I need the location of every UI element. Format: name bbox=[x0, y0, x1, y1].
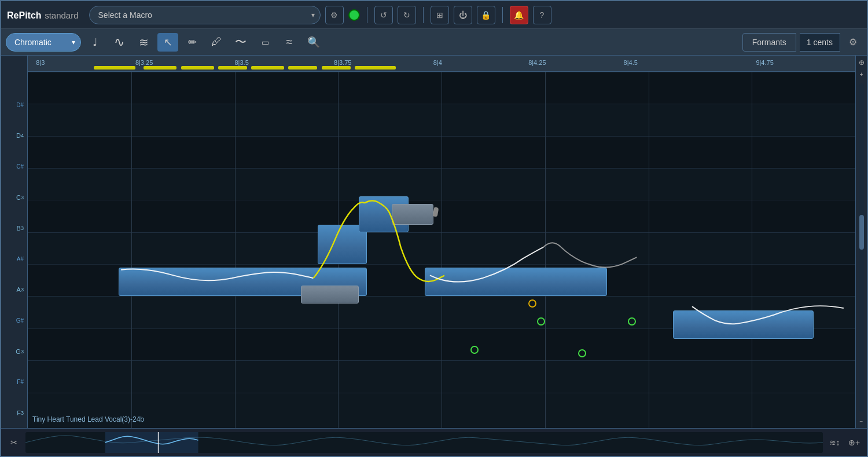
note-display-icon: ♩ bbox=[93, 36, 97, 49]
undo-icon: ↺ bbox=[380, 10, 387, 20]
redo-btn[interactable]: ↻ bbox=[398, 6, 416, 24]
search-tool-btn[interactable]: 🔍 bbox=[303, 33, 324, 52]
settings-icon: ⚙ bbox=[330, 10, 338, 20]
pen-tool-icon: 🖊 bbox=[211, 36, 222, 48]
right-panel: ⊕ + − bbox=[855, 56, 867, 428]
key-c3: C3 bbox=[1, 182, 27, 213]
select-tool-icon: ↖ bbox=[164, 36, 172, 49]
power-btn[interactable]: ⏻ bbox=[454, 6, 472, 24]
lock-icon: 🔒 bbox=[481, 10, 491, 20]
scale-select[interactable]: Chromatic Major Minor Pentatonic bbox=[6, 33, 81, 52]
key-g3: G3 bbox=[1, 337, 27, 367]
ruler-highlight-4 bbox=[218, 66, 247, 70]
key-fsharp: F# bbox=[1, 367, 27, 397]
zoom-waveform-btn[interactable]: ⊕+ bbox=[846, 434, 862, 451]
zoom-in-v-icon: + bbox=[860, 71, 863, 78]
track-label: Tiny Heart Tuned Lead Vocal(3)-24b bbox=[32, 415, 144, 423]
note-handle-bolt[interactable] bbox=[392, 204, 433, 225]
waveform-settings-btn[interactable]: ≋↕ bbox=[826, 434, 843, 451]
main-content: D# D4 C# C3 B3 A# A3 G# G3 F# F3 8|3 8|3… bbox=[1, 56, 867, 428]
macro-select-container: Select a Macro ▾ bbox=[89, 6, 321, 24]
waveform-container[interactable] bbox=[25, 432, 823, 453]
status-indicator bbox=[348, 9, 360, 21]
pencil-tool-icon: ✏ bbox=[188, 36, 197, 49]
scale-select-wrapper: Chromatic Major Minor Pentatonic ▾ bbox=[6, 33, 81, 52]
ruler-highlight-1 bbox=[94, 66, 135, 70]
control-point-4[interactable] bbox=[628, 317, 636, 326]
control-point-3[interactable] bbox=[578, 349, 586, 357]
cut-icon: ✂ bbox=[10, 438, 17, 447]
grid-view-btn[interactable]: ⊞ bbox=[431, 6, 449, 24]
macro-select[interactable]: Select a Macro bbox=[89, 6, 321, 24]
v-scrollbar-track[interactable] bbox=[859, 83, 864, 412]
zoom-waveform-icon: ⊕+ bbox=[848, 438, 860, 447]
vgrid-1 bbox=[131, 72, 132, 428]
key-asharp: A# bbox=[1, 244, 27, 274]
alert-btn[interactable]: 🔔 bbox=[510, 6, 528, 24]
cents-display: 1 cents bbox=[800, 33, 840, 52]
zoom-in-v-btn[interactable]: + bbox=[857, 70, 866, 79]
pencil-tool-btn[interactable]: ✏ bbox=[182, 33, 203, 52]
select-tool-btn[interactable]: ↖ bbox=[157, 33, 178, 52]
note-block-a3-mid[interactable] bbox=[425, 268, 607, 296]
vgrid-2 bbox=[235, 72, 236, 428]
vgrid-7 bbox=[752, 72, 752, 428]
key-d4: D4 bbox=[1, 120, 27, 151]
undo-btn[interactable]: ↺ bbox=[374, 6, 393, 24]
ruler-highlight-5 bbox=[251, 66, 284, 70]
ruler-mark-8-4-25: 8|4.25 bbox=[528, 59, 546, 66]
ruler-mark-8-3-75: 8|3.75 bbox=[334, 59, 351, 66]
zoom-out-v-btn[interactable]: − bbox=[857, 416, 866, 426]
vgrid-4 bbox=[442, 72, 442, 428]
ruler-mark-8-4-5: 8|4.5 bbox=[624, 59, 638, 66]
ruler-highlight-6 bbox=[288, 66, 317, 70]
grid-container[interactable]: 8|3 8|3.25 8|3.5 8|3.75 8|4 8|4.25 8|4.5… bbox=[28, 56, 855, 428]
ruler-mark-8-3-5: 8|3.5 bbox=[235, 59, 249, 66]
note-handle-1[interactable] bbox=[301, 286, 359, 304]
v-scrollbar-thumb[interactable] bbox=[859, 215, 864, 250]
key-gsharp: G# bbox=[1, 305, 27, 335]
divider-2 bbox=[423, 7, 424, 23]
control-point-2[interactable] bbox=[537, 317, 545, 326]
cut-btn[interactable]: ✂ bbox=[6, 434, 22, 451]
vibrato-tool-btn[interactable]: ≋ bbox=[133, 33, 154, 52]
key-f3: F3 bbox=[1, 398, 27, 428]
key-a3: A3 bbox=[1, 275, 27, 305]
pen-tool-btn[interactable]: 🖊 bbox=[206, 33, 227, 52]
zoom-fit-btn[interactable]: ⊕ bbox=[857, 58, 866, 67]
divider-1 bbox=[367, 7, 367, 23]
ruler-mark-8-3-25: 8|3.25 bbox=[135, 59, 153, 66]
key-dsharp: D# bbox=[1, 90, 27, 120]
vibrato-tool-icon: ≋ bbox=[139, 35, 149, 49]
control-point-1[interactable] bbox=[470, 346, 479, 354]
bottom-bar: ✂ ≋↕ ⊕+ bbox=[1, 428, 867, 456]
waveform-settings-icon: ≋↕ bbox=[829, 438, 840, 447]
grid-icon: ⊞ bbox=[436, 10, 443, 20]
right-settings-btn[interactable]: ⚙ bbox=[844, 33, 862, 52]
vgrid-6 bbox=[649, 72, 649, 428]
ruler-mark-9-4-75: 9|4.75 bbox=[756, 59, 773, 66]
search-tool-icon: 🔍 bbox=[307, 36, 320, 49]
curve-tool-btn[interactable]: 〜 bbox=[230, 33, 251, 52]
app-container: RePitch standard Select a Macro ▾ ⚙ ↺ ↻ … bbox=[0, 0, 868, 457]
pitch-grid[interactable]: Tiny Heart Tuned Lead Vocal(3)-24b bbox=[28, 72, 855, 428]
logo-repitch: RePitch bbox=[7, 10, 42, 20]
eraser-tool-icon: ▭ bbox=[262, 38, 269, 47]
piano-keys: D# D4 C# C3 B3 A# A3 G# G3 F# F3 bbox=[1, 56, 28, 428]
wave-tool-btn[interactable]: ∿ bbox=[109, 33, 130, 52]
lock-btn[interactable]: 🔒 bbox=[477, 6, 495, 24]
ruler-mark-8-3: 8|3 bbox=[36, 59, 45, 66]
eraser-tool-btn[interactable]: ▭ bbox=[255, 33, 275, 52]
settings-toolbar-btn[interactable]: ⚙ bbox=[325, 6, 344, 24]
wave2-tool-icon: ≈ bbox=[286, 35, 293, 49]
key-b3: B3 bbox=[1, 213, 27, 243]
zoom-fit-icon: ⊕ bbox=[859, 59, 865, 67]
wave2-tool-btn[interactable]: ≈ bbox=[279, 33, 300, 52]
formants-btn[interactable]: Formants bbox=[742, 33, 796, 52]
vgrid-5 bbox=[545, 72, 546, 428]
control-point-yellow[interactable] bbox=[528, 299, 536, 308]
ruler-highlight-2 bbox=[144, 66, 176, 70]
note-block-g3-right[interactable] bbox=[673, 310, 814, 339]
help-btn[interactable]: ? bbox=[533, 6, 551, 24]
note-display-toggle-btn[interactable]: ♩ bbox=[84, 33, 105, 52]
